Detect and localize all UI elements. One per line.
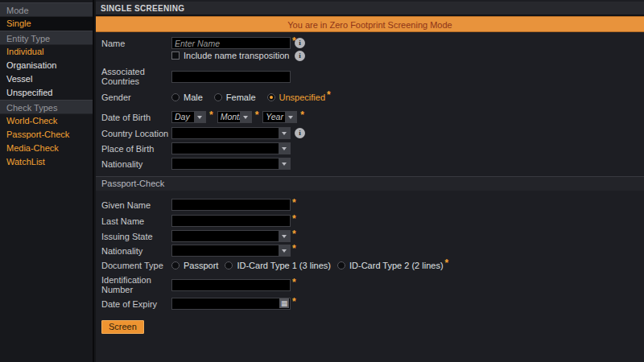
gender-label: Gender <box>101 93 171 102</box>
document-type-idcard1-label: ID-Card Type 1 (3 lines) <box>237 261 331 270</box>
sidebar-item-single[interactable]: Single <box>0 17 93 31</box>
screening-form: Name * i Include name transposition i As… <box>96 32 644 334</box>
given-name-label: Given Name <box>101 200 171 210</box>
chevron-down-icon[interactable] <box>279 231 290 241</box>
main-panel: SINGLE SCREENING You are in Zero Footpri… <box>96 0 644 362</box>
gender-female-radio[interactable] <box>214 93 222 101</box>
transposition-checkbox[interactable] <box>171 51 180 60</box>
required-asterisk: * <box>292 197 296 208</box>
nationality-row: Nationality <box>101 158 644 170</box>
sidebar-section-check-types: Check Types <box>0 100 93 114</box>
chevron-down-icon[interactable] <box>279 128 290 138</box>
sidebar-item-vessel[interactable]: Vessel <box>0 72 93 86</box>
dob-month-select[interactable]: Month <box>217 111 252 123</box>
last-name-row: Last Name * <box>101 215 644 227</box>
sidebar-item-individual[interactable]: Individual <box>0 45 93 59</box>
country-location-select[interactable] <box>171 127 291 139</box>
screen-button[interactable]: Screen <box>101 320 144 334</box>
place-of-birth-label: Place of Birth <box>101 144 171 154</box>
document-type-idcard2-label: ID-Card Type 2 (2 lines) <box>349 261 444 270</box>
given-name-row: Given Name * <box>101 199 644 211</box>
sidebar-section-entity-type: Entity Type <box>0 31 93 45</box>
sidebar-item-unspecified[interactable]: Unspecified <box>0 86 93 100</box>
required-asterisk: * <box>255 109 259 121</box>
info-icon[interactable]: i <box>295 128 305 138</box>
identification-number-row: Identification Number * <box>101 275 644 294</box>
gender-male-radio[interactable] <box>171 93 180 101</box>
required-asterisk: * <box>300 109 304 121</box>
associated-countries-label: Associated Countries <box>101 67 171 86</box>
required-asterisk: * <box>209 109 213 121</box>
last-name-input[interactable] <box>171 215 291 227</box>
gender-unspecified-label: Unspecified <box>279 93 325 102</box>
country-location-row: Country Location i <box>101 127 644 139</box>
zero-footprint-banner: You are in Zero Footprint Screening Mode <box>96 16 644 32</box>
page-title: SINGLE SCREENING <box>96 2 644 16</box>
identification-number-input[interactable] <box>171 279 291 291</box>
dob-label: Date of Birth <box>101 113 171 122</box>
passport-nationality-select[interactable] <box>171 245 291 257</box>
required-asterisk: * <box>292 277 296 288</box>
required-asterisk: * <box>292 228 296 240</box>
passport-nationality-label: Nationality <box>101 246 171 256</box>
sidebar-item-media-check[interactable]: Media-Check <box>0 142 93 155</box>
document-type-idcard2-radio[interactable] <box>337 261 345 269</box>
nationality-label: Nationality <box>101 159 171 169</box>
date-of-expiry-input[interactable]: ▦ <box>171 298 291 310</box>
dob-year-select[interactable]: Year <box>262 111 297 123</box>
dob-year-value: Year <box>266 112 283 122</box>
name-row: Name * i <box>101 37 644 49</box>
associated-countries-row: Associated Countries <box>101 67 644 86</box>
required-asterisk: * <box>327 89 331 101</box>
nationality-select[interactable] <box>171 158 291 170</box>
chevron-down-icon[interactable] <box>279 158 290 169</box>
required-asterisk: * <box>292 296 296 307</box>
info-icon[interactable]: i <box>295 38 305 48</box>
identification-number-label: Identification Number <box>101 275 171 294</box>
chevron-down-icon[interactable] <box>285 112 296 122</box>
gender-female-label: Female <box>226 93 256 102</box>
gender-unspecified-radio[interactable] <box>267 93 275 101</box>
date-of-expiry-row: Date of Expiry ▦ * <box>101 298 644 310</box>
required-asterisk: * <box>445 257 449 269</box>
info-icon[interactable]: i <box>295 51 305 61</box>
given-name-input[interactable] <box>171 199 291 211</box>
last-name-label: Last Name <box>101 216 171 226</box>
issuing-state-select[interactable] <box>171 230 291 242</box>
issuing-state-label: Issuing State <box>101 232 171 241</box>
sidebar-item-world-check[interactable]: World-Check <box>0 114 93 128</box>
document-type-idcard1-radio[interactable] <box>225 261 233 269</box>
gender-male-label: Male <box>184 93 203 102</box>
gender-row: Gender Male Female Unspecified * <box>101 92 644 103</box>
name-input[interactable] <box>171 37 291 49</box>
document-type-passport-label: Passport <box>184 261 218 270</box>
passport-check-section-header: Passport-Check <box>96 176 644 191</box>
sidebar-item-watchlist[interactable]: WatchList <box>0 155 93 169</box>
chevron-down-icon[interactable] <box>194 112 205 122</box>
country-location-label: Country Location <box>101 129 171 138</box>
place-of-birth-select[interactable] <box>171 142 291 154</box>
transposition-row: Include name transposition i <box>101 51 644 60</box>
name-label: Name <box>101 39 171 48</box>
dob-day-select[interactable]: Day <box>171 111 206 123</box>
chevron-down-icon[interactable] <box>279 245 290 256</box>
calendar-icon[interactable]: ▦ <box>279 298 289 308</box>
passport-nationality-row: Nationality * <box>101 245 644 257</box>
document-type-row: Document Type Passport ID-Card Type 1 (3… <box>101 260 644 271</box>
associated-countries-input[interactable] <box>171 71 291 83</box>
dob-row: Date of Birth Day * Month * Year * <box>101 111 644 123</box>
sidebar: Mode Single Entity Type Individual Organ… <box>0 0 94 362</box>
chevron-down-icon[interactable] <box>279 143 290 154</box>
sidebar-section-mode: Mode <box>0 2 93 17</box>
required-asterisk: * <box>292 213 296 224</box>
document-type-passport-radio[interactable] <box>171 261 180 269</box>
date-of-expiry-label: Date of Expiry <box>101 299 171 309</box>
sidebar-item-passport-check[interactable]: Passport-Check <box>0 128 93 142</box>
document-type-label: Document Type <box>101 261 171 270</box>
place-of-birth-row: Place of Birth <box>101 142 644 154</box>
issuing-state-row: Issuing State * <box>101 230 644 242</box>
sidebar-item-organisation[interactable]: Organisation <box>0 59 93 72</box>
required-asterisk: * <box>292 243 296 254</box>
chevron-down-icon[interactable] <box>240 112 251 122</box>
dob-day-value: Day <box>175 112 190 122</box>
